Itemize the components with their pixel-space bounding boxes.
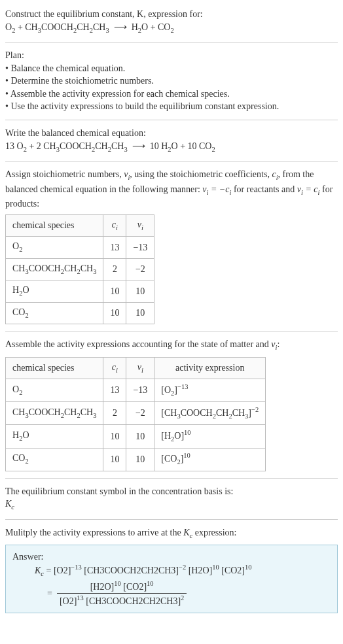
ci-cell: 2 — [103, 258, 126, 280]
activity-table: chemical species ci νi activity expressi… — [5, 357, 266, 471]
table-header-row: chemical species ci νi — [6, 214, 154, 236]
activity-block: Assemble the activity expressions accoun… — [5, 338, 338, 471]
species-cell: CH3COOCH2CH2CH3 — [6, 402, 103, 425]
divider — [5, 331, 338, 331]
symbol-block: The equilibrium constant symbol in the c… — [5, 485, 338, 513]
ci-cell: 13 — [103, 379, 126, 402]
nui-cell: 10 — [126, 425, 154, 448]
col-nui: νi — [126, 357, 154, 379]
ci-cell: 10 — [103, 280, 126, 302]
fraction: [H2O]10 [CO2]10 [O2]13 [CH3COOCH2CH2CH3]… — [57, 579, 187, 608]
table-row: H2O 10 10 — [6, 280, 154, 302]
plan-item-1: • Determine the stoichiometric numbers. — [5, 75, 338, 88]
col-ci: ci — [103, 357, 126, 379]
ci-cell: 2 — [103, 402, 126, 425]
ci-cell: 10 — [103, 425, 126, 448]
divider — [5, 42, 338, 42]
intro-equation: O2 + CH3COOCH2CH2CH3 ⟶ H2O + CO2 — [5, 22, 174, 32]
answer-equation-line1: Kc = [O2]−13 [CH3COOCH2CH2CH3]−2 [H2O]10… — [35, 564, 331, 579]
nui-cell: 10 — [126, 302, 154, 324]
stoich-block: Assign stoichiometric numbers, νi, using… — [5, 168, 338, 324]
species-cell: CO2 — [6, 302, 103, 324]
divider — [5, 161, 338, 161]
col-activity: activity expression — [154, 357, 266, 379]
answer-equation-line2: = [H2O]10 [CO2]10 [O2]13 [CH3COOCH2CH2CH… — [35, 579, 331, 608]
divider — [5, 120, 338, 120]
nui-cell: 10 — [126, 280, 154, 302]
table-header-row: chemical species ci νi activity expressi… — [6, 357, 266, 379]
balanced-heading: Write the balanced chemical equation: — [5, 127, 338, 140]
symbol-line: The equilibrium constant symbol in the c… — [5, 485, 338, 498]
activity-heading: Assemble the activity expressions accoun… — [5, 338, 338, 352]
col-ci: ci — [103, 214, 126, 236]
plan-heading: Plan: — [5, 49, 338, 62]
ci-cell: 10 — [103, 302, 126, 324]
ci-cell: 10 — [103, 448, 126, 471]
activity-cell: [CO2]10 — [154, 448, 266, 471]
divider — [5, 478, 338, 479]
activity-cell: [H2O]10 — [154, 425, 266, 448]
col-species: chemical species — [6, 357, 103, 379]
divider — [5, 519, 338, 520]
table-row: CH3COOCH2CH2CH3 2 −2 — [6, 258, 154, 280]
balanced-block: Write the balanced chemical equation: 13… — [5, 127, 338, 154]
species-cell: H2O — [6, 280, 103, 302]
activity-cell: [CH3COOCH2CH2CH3]−2 — [154, 402, 266, 425]
activity-cell: [O2]−13 — [154, 379, 266, 402]
nui-cell: −2 — [126, 258, 154, 280]
plan-item-2: • Assemble the activity expression for e… — [5, 88, 338, 101]
intro-line1: Construct the equilibrium constant, K, e… — [5, 9, 203, 19]
stoich-intro-b: , using the stoichiometric coefficients, — [130, 169, 272, 179]
species-cell: O2 — [6, 379, 103, 402]
plan-item-0: • Balance the chemical equation. — [5, 62, 338, 75]
nui-cell: 10 — [126, 448, 154, 471]
plan-item-3: • Use the activity expressions to build … — [5, 100, 338, 113]
intro-block: Construct the equilibrium constant, K, e… — [5, 8, 338, 35]
species-cell: CO2 — [6, 448, 103, 471]
col-nui: νi — [126, 214, 154, 236]
species-cell: CH3COOCH2CH2CH3 — [6, 258, 103, 280]
final-heading: Mulitply the activity expressions to arr… — [5, 526, 338, 541]
kc-symbol: Kc — [5, 498, 338, 512]
stoich-intro: Assign stoichiometric numbers, νi, using… — [5, 169, 333, 209]
ci-cell: 13 — [103, 237, 126, 258]
stoich-table: chemical species ci νi O2 13 −13 CH3COOC… — [5, 214, 154, 324]
table-row: CO2 10 10 [CO2]10 — [6, 448, 266, 471]
final-block: Mulitply the activity expressions to arr… — [5, 526, 338, 614]
table-row: O2 13 −13 — [6, 237, 154, 258]
fraction-denominator: [O2]13 [CH3COOCH2CH2CH3]2 — [57, 594, 187, 607]
nui-cell: −13 — [126, 237, 154, 258]
stoich-intro-d: for reactants and — [231, 184, 297, 194]
nui-cell: −2 — [126, 402, 154, 425]
table-row: O2 13 −13 [O2]−13 — [6, 379, 266, 402]
answer-box: Answer: Kc = [O2]−13 [CH3COOCH2CH2CH3]−2… — [5, 545, 338, 613]
table-row: CO2 10 10 — [6, 302, 154, 324]
species-cell: H2O — [6, 425, 103, 448]
answer-label: Answer: — [12, 551, 331, 564]
nui-cell: −13 — [126, 379, 154, 402]
fraction-numerator: [H2O]10 [CO2]10 — [57, 579, 187, 594]
species-cell: O2 — [6, 237, 103, 258]
table-row: H2O 10 10 [H2O]10 — [6, 425, 266, 448]
col-species: chemical species — [6, 214, 103, 236]
balanced-equation: 13 O2 + 2 CH3COOCH2CH2CH3 ⟶ 10 H2O + 10 … — [5, 141, 215, 151]
stoich-intro-a: Assign stoichiometric numbers, — [5, 169, 124, 179]
table-row: CH3COOCH2CH2CH3 2 −2 [CH3COOCH2CH2CH3]−2 — [6, 402, 266, 425]
plan-block: Plan: • Balance the chemical equation. •… — [5, 49, 338, 113]
